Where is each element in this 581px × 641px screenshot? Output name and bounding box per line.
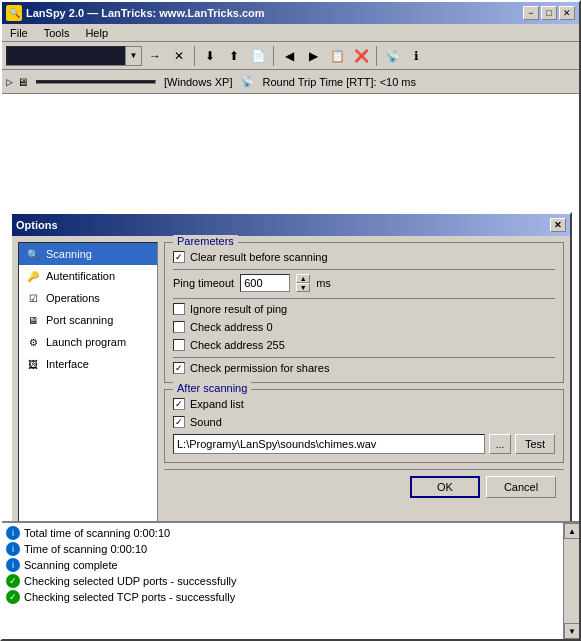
nav-scanning[interactable]: 🔍 Scanning: [19, 243, 157, 265]
launch-icon: ⚙: [25, 334, 41, 350]
sep-after-clear: [173, 269, 555, 270]
sound-checkbox[interactable]: [173, 416, 185, 428]
log-text-0: Total time of scanning 0:00:10: [24, 527, 170, 539]
check-addr-255-checkbox[interactable]: [173, 339, 185, 351]
after-scanning-label: After scanning: [173, 382, 251, 394]
scroll-down-button[interactable]: ▼: [564, 623, 579, 639]
nav-port-scanning[interactable]: 🖥 Port scanning: [19, 309, 157, 331]
back-button[interactable]: ◀: [278, 45, 300, 67]
down-button[interactable]: ⬇: [199, 45, 221, 67]
check-addr-255-checkbox-wrap[interactable]: Check address 255: [173, 339, 285, 351]
delete-button[interactable]: ❌: [350, 45, 372, 67]
info-button[interactable]: ℹ: [405, 45, 427, 67]
browse-button[interactable]: ...: [489, 434, 511, 454]
log-panel: i Total time of scanning 0:00:10 i Time …: [2, 521, 579, 639]
log-icon-3: ✓: [6, 574, 20, 588]
target-input[interactable]: [6, 46, 126, 66]
parameters-group: Paremeters Clear result before scanning …: [164, 242, 564, 383]
nav-auth-label: Autentification: [46, 270, 115, 282]
log-row-1: i Time of scanning 0:00:10: [6, 541, 559, 557]
toolbar: ▼ → ✕ ⬇ ⬆ 📄 ◀ ▶ 📋 ❌ 📡 ℹ: [2, 42, 579, 70]
dialog-body: 🔍 Scanning 🔑 Autentification ☑ Operation…: [12, 236, 570, 521]
minimize-button[interactable]: −: [523, 6, 539, 20]
forward-button[interactable]: ▶: [302, 45, 324, 67]
main-window: 🔍 LanSpy 2.0 — LanTricks: www.LanTricks.…: [0, 0, 581, 641]
network-button[interactable]: 📡: [381, 45, 403, 67]
scroll-thumb[interactable]: [564, 539, 579, 623]
ping-up-btn[interactable]: ▲: [296, 274, 310, 283]
check-addr-0-checkbox-wrap[interactable]: Check address 0: [173, 321, 273, 333]
ignore-ping-row: Ignore result of ping: [173, 303, 555, 315]
nav-scanning-label: Scanning: [46, 248, 92, 260]
log-row-2: i Scanning complete: [6, 557, 559, 573]
nav-port-label: Port scanning: [46, 314, 113, 326]
port-icon: 🖥: [25, 312, 41, 328]
dialog-close-button[interactable]: ✕: [550, 218, 566, 232]
after-scanning-group: After scanning Expand list Sound: [164, 389, 564, 463]
test-button[interactable]: Test: [515, 434, 555, 454]
target-dropdown[interactable]: ▼: [126, 46, 142, 66]
expand-list-label: Expand list: [190, 398, 244, 410]
expand-list-checkbox-wrap[interactable]: Expand list: [173, 398, 244, 410]
doc-button[interactable]: 📄: [247, 45, 269, 67]
check-permission-checkbox-wrap[interactable]: Check permission for shares: [173, 362, 329, 374]
app-icon: 🔍: [6, 5, 22, 21]
copy-button[interactable]: 📋: [326, 45, 348, 67]
nav-launch-program[interactable]: ⚙ Launch program: [19, 331, 157, 353]
scroll-up-button[interactable]: ▲: [564, 523, 579, 539]
ignore-ping-checkbox[interactable]: [173, 303, 185, 315]
address-bar: ▷ 🖥 [Windows XP] 📡 Round Trip Time [RTT]…: [2, 70, 579, 94]
nav-ops-label: Operations: [46, 292, 100, 304]
radar-icon: 📡: [240, 75, 254, 88]
node-input: [36, 80, 156, 84]
menu-bar: File Tools Help: [2, 24, 579, 42]
menu-file[interactable]: File: [6, 26, 32, 40]
ping-timeout-label: Ping timeout: [173, 277, 234, 289]
stop-button[interactable]: ✕: [168, 45, 190, 67]
check-addr-0-checkbox[interactable]: [173, 321, 185, 333]
go-button[interactable]: →: [144, 45, 166, 67]
nav-interface[interactable]: 🖼 Interface: [19, 353, 157, 375]
cancel-button[interactable]: Cancel: [486, 476, 556, 498]
log-scrollbar: ▲ ▼: [563, 523, 579, 639]
check-permission-checkbox[interactable]: [173, 362, 185, 374]
sound-row: Sound: [173, 416, 555, 428]
title-buttons: − □ ✕: [523, 6, 575, 20]
options-nav: 🔍 Scanning 🔑 Autentification ☑ Operation…: [18, 242, 158, 521]
menu-tools[interactable]: Tools: [40, 26, 74, 40]
expand-list-checkbox[interactable]: [173, 398, 185, 410]
scanning-icon: 🔍: [25, 246, 41, 262]
interface-icon: 🖼: [25, 356, 41, 372]
ping-timeout-input[interactable]: [240, 274, 290, 292]
auth-icon: 🔑: [25, 268, 41, 284]
nav-operations[interactable]: ☑ Operations: [19, 287, 157, 309]
close-button[interactable]: ✕: [559, 6, 575, 20]
log-icon-2: i: [6, 558, 20, 572]
ok-button[interactable]: OK: [410, 476, 480, 498]
title-bar: 🔍 LanSpy 2.0 — LanTricks: www.LanTricks.…: [2, 2, 579, 24]
log-icon-4: ✓: [6, 590, 20, 604]
log-row-4: ✓ Checking selected TCP ports - successf…: [6, 589, 559, 605]
check-addr-0-label: Check address 0: [190, 321, 273, 333]
log-icon-0: i: [6, 526, 20, 540]
expand-icon: ▷: [6, 77, 13, 87]
check-addr-255-row: Check address 255: [173, 339, 555, 351]
options-dialog: Options ✕ 🔍 Scanning 🔑 Autentification ☑: [10, 212, 572, 521]
sound-file-row: ... Test: [173, 434, 555, 454]
maximize-button[interactable]: □: [541, 6, 557, 20]
nav-authentication[interactable]: 🔑 Autentification: [19, 265, 157, 287]
main-content: Options ✕ 🔍 Scanning 🔑 Autentification ☑: [2, 94, 579, 521]
sep-before-permission: [173, 357, 555, 358]
log-text-4: Checking selected TCP ports - successful…: [24, 591, 235, 603]
ping-unit: ms: [316, 277, 331, 289]
sound-file-input[interactable]: [173, 434, 485, 454]
computer-icon: 🖥: [17, 76, 28, 88]
menu-help[interactable]: Help: [81, 26, 112, 40]
ignore-ping-checkbox-wrap[interactable]: Ignore result of ping: [173, 303, 287, 315]
sound-checkbox-wrap[interactable]: Sound: [173, 416, 222, 428]
clear-result-checkbox[interactable]: [173, 251, 185, 263]
up-button[interactable]: ⬆: [223, 45, 245, 67]
ping-down-btn[interactable]: ▼: [296, 283, 310, 292]
expand-list-row: Expand list: [173, 398, 555, 410]
clear-result-checkbox-wrap[interactable]: Clear result before scanning: [173, 251, 328, 263]
